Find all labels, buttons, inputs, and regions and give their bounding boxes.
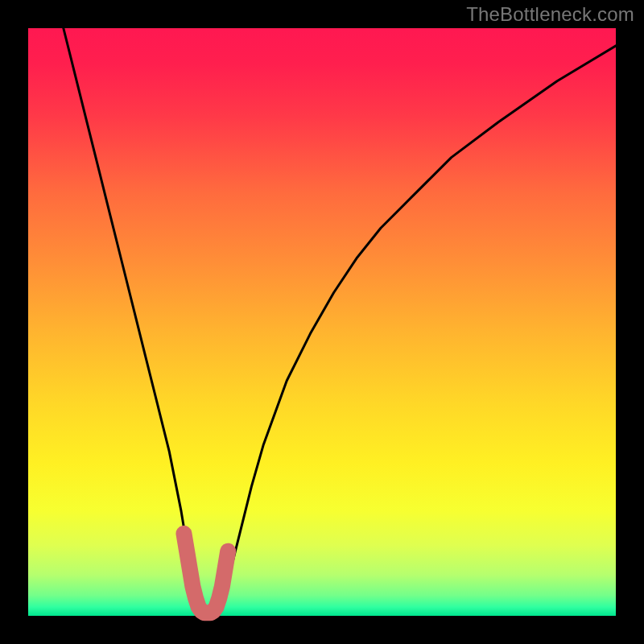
watermark-text: TheBottleneck.com bbox=[466, 3, 634, 26]
plot-background bbox=[28, 28, 616, 616]
chart-frame: TheBottleneck.com bbox=[0, 0, 644, 644]
bottleneck-chart bbox=[0, 0, 644, 644]
